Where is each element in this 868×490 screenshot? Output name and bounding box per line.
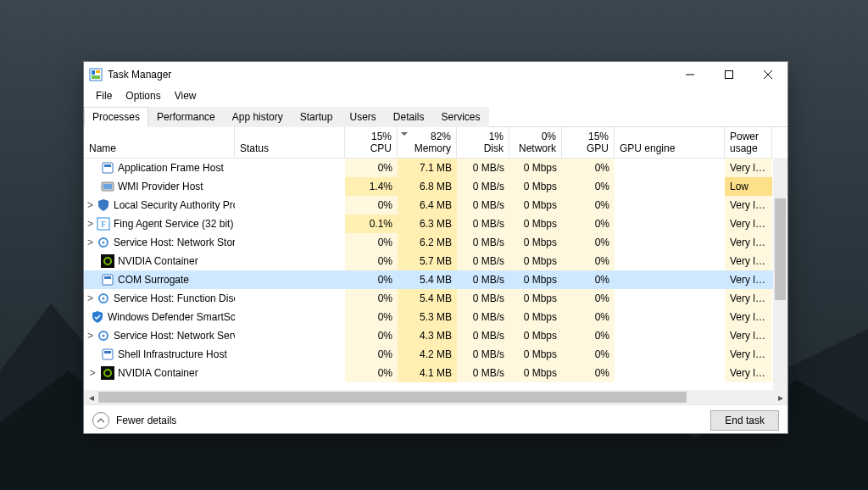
gpu-engine-cell [615, 252, 725, 270]
gpu-cell: 0% [562, 308, 615, 326]
tab-users[interactable]: Users [341, 107, 384, 127]
maximize-button[interactable] [709, 62, 748, 87]
minimize-button[interactable] [670, 62, 709, 87]
tab-startup[interactable]: Startup [292, 107, 342, 127]
table-row[interactable]: COM Surrogate0%5.4 MB0 MB/s0 Mbps0%Very … [84, 270, 787, 289]
col-power[interactable]: Power usage [725, 127, 772, 158]
gpu-engine-cell [615, 289, 725, 308]
expand-chevron-icon[interactable]: > [87, 214, 93, 233]
gpu-engine-cell [615, 233, 725, 252]
table-row[interactable]: WMI Provider Host1.4%6.8 MB0 MB/s0 Mbps0… [84, 177, 787, 196]
col-gpu[interactable]: 15%GPU [562, 127, 615, 158]
vertical-scrollbar[interactable] [773, 158, 787, 390]
horizontal-scroll-thumb[interactable] [98, 392, 687, 403]
disk-cell: 0 MB/s [457, 196, 509, 214]
tab-performance[interactable]: Performance [148, 107, 224, 127]
power-cell: Very low [725, 196, 772, 214]
menu-options[interactable]: Options [119, 88, 167, 103]
col-disk[interactable]: 1%Disk [457, 127, 509, 158]
hscroll-right-arrow-icon[interactable]: ▸ [773, 390, 787, 404]
gpu-engine-cell [615, 177, 725, 196]
end-task-button[interactable]: End task [710, 410, 779, 431]
svg-text:F: F [101, 220, 106, 229]
expand-chevron-icon[interactable]: > [87, 233, 93, 252]
disk-cell: 0 MB/s [457, 233, 509, 252]
tab-processes[interactable]: Processes [84, 107, 148, 127]
process-grid: Name Status 15%CPU 82%Memory 1%Disk 0%Ne… [84, 127, 787, 390]
table-row[interactable]: >Service Host: Function Discover...0%5.4… [84, 289, 787, 308]
gpu-cell: 0% [562, 159, 615, 177]
table-row[interactable]: NVIDIA Container0%5.7 MB0 MB/s0 Mbps0%Ve… [84, 252, 787, 270]
process-name: Local Security Authority Process... [114, 196, 235, 214]
memory-cell: 5.7 MB [398, 252, 457, 270]
process-name: Fing Agent Service (32 bit) [114, 214, 233, 233]
expand-chevron-icon[interactable]: > [87, 196, 93, 214]
table-row[interactable]: Application Frame Host0%7.1 MB0 MB/s0 Mb… [84, 159, 787, 177]
memory-cell: 4.3 MB [398, 326, 457, 345]
process-icon [97, 292, 110, 305]
cpu-cell: 0% [345, 159, 398, 177]
tab-services[interactable]: Services [433, 107, 489, 127]
cpu-cell: 0% [345, 289, 398, 308]
power-cell: Very low [725, 364, 772, 382]
status-cell [235, 196, 345, 214]
tab-app-history[interactable]: App history [224, 107, 292, 127]
menu-view[interactable]: View [168, 88, 203, 103]
table-row[interactable]: >Service Host: Network Service0%4.3 MB0 … [84, 326, 787, 345]
power-cell: Very low [725, 159, 772, 177]
table-row[interactable]: Windows Defender SmartScreen0%5.3 MB0 MB… [84, 308, 787, 326]
process-icon [101, 180, 114, 193]
memory-cell: 6.4 MB [398, 196, 457, 214]
horizontal-scrollbar[interactable]: ◂ ▸ [84, 390, 787, 404]
table-row[interactable]: >NVIDIA Container0%4.1 MB0 MB/s0 Mbps0%V… [84, 364, 787, 382]
expand-chevron-icon[interactable]: > [87, 289, 93, 308]
svg-point-23 [103, 335, 105, 337]
col-cpu[interactable]: 15%CPU [345, 127, 398, 158]
gpu-engine-cell [615, 308, 725, 326]
expand-chevron-icon[interactable]: > [87, 364, 97, 382]
network-cell: 0 Mbps [509, 233, 562, 252]
col-network[interactable]: 0%Network [509, 127, 562, 158]
gpu-cell: 0% [562, 177, 615, 196]
table-row[interactable]: Shell Infrastructure Host0%4.2 MB0 MB/s0… [84, 345, 787, 364]
gpu-cell: 0% [562, 326, 615, 345]
process-rows: Application Frame Host0%7.1 MB0 MB/s0 Mb… [84, 159, 787, 382]
gpu-engine-cell [615, 270, 725, 289]
power-cell: Very low [725, 270, 772, 289]
cpu-cell: 0% [345, 326, 398, 345]
disk-cell: 0 MB/s [457, 270, 509, 289]
gpu-cell: 0% [562, 364, 615, 382]
table-row[interactable]: >Service Host: Network Store Inte...0%6.… [84, 233, 787, 252]
expand-chevron-icon[interactable]: > [87, 326, 93, 345]
vertical-scroll-thumb[interactable] [775, 198, 786, 300]
gpu-cell: 0% [562, 214, 615, 233]
tab-details[interactable]: Details [385, 107, 433, 127]
power-cell: Very low [725, 214, 772, 233]
svg-rect-3 [92, 75, 100, 79]
col-status[interactable]: Status [235, 127, 345, 158]
fewer-details-toggle[interactable]: Fewer details [92, 412, 176, 429]
network-cell: 0 Mbps [509, 252, 562, 270]
power-cell: Very low [725, 308, 772, 326]
disk-cell: 0 MB/s [457, 289, 509, 308]
col-memory[interactable]: 82%Memory [398, 127, 457, 158]
process-icon [101, 273, 114, 287]
col-gpu-engine[interactable]: GPU engine [615, 127, 725, 158]
gpu-cell: 0% [562, 270, 615, 289]
titlebar[interactable]: Task Manager [84, 62, 787, 87]
svg-rect-19 [104, 276, 111, 279]
gpu-engine-cell [615, 196, 725, 214]
memory-cell: 7.1 MB [398, 159, 457, 177]
table-row[interactable]: >FFing Agent Service (32 bit)0.1%6.3 MB0… [84, 214, 787, 233]
network-cell: 0 Mbps [509, 177, 562, 196]
menu-file[interactable]: File [89, 88, 119, 103]
process-icon [97, 198, 110, 212]
status-cell [235, 252, 345, 270]
disk-cell: 0 MB/s [457, 308, 509, 326]
cpu-cell: 0% [345, 308, 398, 326]
close-button[interactable] [748, 62, 787, 87]
table-row[interactable]: >Local Security Authority Process...0%6.… [84, 196, 787, 214]
col-name[interactable]: Name [84, 127, 235, 158]
memory-cell: 5.4 MB [398, 289, 457, 308]
hscroll-left-arrow-icon[interactable]: ◂ [84, 390, 98, 404]
